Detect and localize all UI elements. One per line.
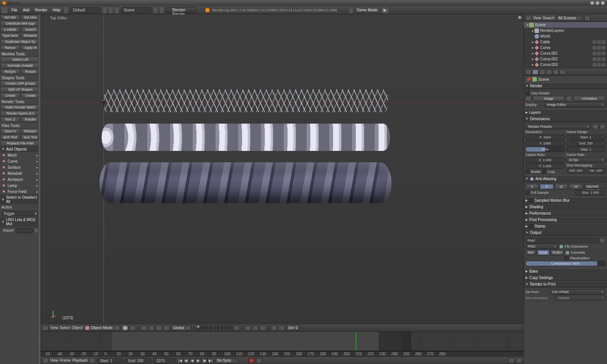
outliner-display-dropdown[interactable]: All Scenes xyxy=(556,16,583,21)
fps-dropdown[interactable]: 24 fps xyxy=(566,157,606,163)
marker-bind-icon[interactable] xyxy=(516,358,522,363)
old-field[interactable]: Old: 100 xyxy=(566,168,585,173)
jump-start-icon[interactable]: |◀ xyxy=(177,358,183,363)
view3d-menu-object[interactable]: Object xyxy=(72,326,83,330)
menu-add[interactable]: Add xyxy=(21,7,31,13)
tool-type-here[interactable]: Type here xyxy=(0,33,20,38)
tool-set-max[interactable]: Set Max xyxy=(21,15,41,20)
outliner-item-curva-003[interactable]: ▸Curva.003 xyxy=(524,62,607,67)
tool-remove[interactable]: Remov xyxy=(0,45,20,50)
manipulator-rotate-icon[interactable] xyxy=(156,325,162,331)
r2p-panel-header[interactable]: ▼Render to Print xyxy=(524,281,607,287)
render-panel-header[interactable]: ▼Render xyxy=(524,83,607,89)
tool-split-lr[interactable]: Split LR Shapes xyxy=(0,87,40,92)
copy-panel-header[interactable]: ▶Copy Settings xyxy=(524,275,607,281)
add-metaball[interactable]: Metaball▸ xyxy=(0,170,41,176)
outliner-tree[interactable]: ▾Scene▸RenderLayersWorld▸Cable▸Curva▸Cur… xyxy=(524,22,607,68)
orientation-dropdown[interactable]: Portrait xyxy=(555,295,605,301)
aa-16[interactable]: 16 xyxy=(569,184,582,189)
snap-target-icon[interactable] xyxy=(260,325,266,331)
play-icon[interactable]: ▶ xyxy=(195,358,201,363)
dimensions-panel-header[interactable]: ▼Dimensions xyxy=(524,116,607,122)
format-dropdown[interactable]: PNG xyxy=(525,244,558,249)
manipulator-translate-icon[interactable] xyxy=(148,325,154,331)
jump-end-icon[interactable]: ▶| xyxy=(208,358,214,363)
render-anim-button[interactable]: Animation xyxy=(573,96,605,101)
tool-resym-1[interactable]: ReSym xyxy=(0,69,20,74)
snap-icon[interactable] xyxy=(245,325,251,331)
lock-layers-icon[interactable] xyxy=(234,325,240,331)
render-image-button[interactable]: Image xyxy=(533,96,565,101)
screen-layout-field[interactable]: Default xyxy=(70,7,101,13)
add-objects-header[interactable]: Add Objects xyxy=(0,146,41,152)
3d-viewport[interactable]: Top Ortho (1073) xyxy=(41,14,524,324)
tool-arch-text[interactable]: arch Text xyxy=(0,135,20,140)
tool-duplicate-sym[interactable]: Duplicate Object Sy xyxy=(0,39,40,44)
import-browse-icon[interactable] xyxy=(34,228,39,233)
file-ext-check[interactable] xyxy=(559,245,563,249)
current-frame-field[interactable]: 1073 xyxy=(153,358,176,363)
editor-type-outliner-icon[interactable] xyxy=(525,16,532,21)
outliner-item-cable[interactable]: ▸Cable xyxy=(524,39,607,45)
delete-screen-icon[interactable] xyxy=(109,7,113,13)
tool-ren-num[interactable]: Ren: 2 xyxy=(0,117,20,122)
constraints-tab-icon[interactable] xyxy=(560,69,566,75)
timeline-track[interactable] xyxy=(41,332,524,351)
smb-panel-header[interactable]: ▶Sampled Motion Blur xyxy=(524,197,607,204)
timeline-menu-view[interactable]: View xyxy=(50,358,58,362)
bw-button[interactable]: BW xyxy=(525,250,536,255)
overwrite-check[interactable] xyxy=(565,251,569,255)
aspect-x-field[interactable]: X: 1.000 xyxy=(525,157,565,163)
frame-end-field[interactable]: End: 250 xyxy=(566,141,606,146)
scene-name-field[interactable]: Scene xyxy=(121,7,151,13)
display-dropdown[interactable]: Image Editor xyxy=(544,102,605,107)
tool-render-layers-ti[interactable]: Render layers at ti xyxy=(0,111,40,116)
view3d-menu-view[interactable]: View xyxy=(50,326,58,330)
render-anim-icon[interactable] xyxy=(566,96,572,101)
frame-start-field[interactable]: Start: 1 xyxy=(566,135,606,140)
tool-replace-file-path[interactable]: Replace File Path xyxy=(0,141,40,146)
timeline-menu-playback[interactable]: Playback xyxy=(72,358,88,362)
mode-dropdown[interactable]: Object Mode⇕ xyxy=(84,325,121,331)
menu-help[interactable]: Help xyxy=(51,7,62,13)
outliner-item-curva-001[interactable]: ▸Curva.001 xyxy=(524,50,607,56)
add-force-field[interactable]: Force Field▸ xyxy=(0,188,41,195)
marker-icon[interactable] xyxy=(508,358,514,363)
opengl-render-icon[interactable] xyxy=(271,325,277,331)
preset-add-icon[interactable] xyxy=(592,124,598,129)
output-path-field[interactable]: /tmp/ xyxy=(525,238,598,243)
tool-reload[interactable]: Reload i xyxy=(21,129,41,134)
keyframe-prev-icon[interactable]: ◀| xyxy=(183,358,189,363)
rgb-button[interactable]: RGB xyxy=(537,250,549,255)
editor-type-timeline-icon[interactable] xyxy=(42,358,49,363)
stamp-check[interactable] xyxy=(529,224,533,228)
clay-render-check[interactable] xyxy=(525,91,530,95)
tool-search[interactable]: Search xyxy=(21,27,41,32)
screen-browse-icon[interactable] xyxy=(64,7,68,13)
autokey-icon[interactable] xyxy=(248,358,255,363)
opengl-anim-icon[interactable] xyxy=(278,325,285,331)
aa-enable-check[interactable] xyxy=(530,177,534,181)
delete-scene-icon[interactable] xyxy=(160,7,164,13)
outliner-item-world[interactable]: World xyxy=(524,33,607,39)
tool-lace-text[interactable]: lace Text xyxy=(21,135,41,140)
aa-filter-dropdown[interactable]: Mitchell-Netravali xyxy=(584,184,606,189)
aa-size-field[interactable]: Size: 1.000 xyxy=(575,190,605,195)
outliner-search-icon[interactable] xyxy=(584,16,590,21)
frame-step-field[interactable]: Step: 1 xyxy=(566,147,606,152)
full-sample-check[interactable] xyxy=(525,191,530,195)
render-image-icon[interactable] xyxy=(525,96,532,101)
res-x-field[interactable]: X: 1920 xyxy=(525,135,565,140)
outliner-item-curva-002[interactable]: ▸Curva.002 xyxy=(524,56,607,62)
res-y-field[interactable]: Y: 1080 xyxy=(525,141,565,146)
menu-file[interactable]: File xyxy=(10,7,19,13)
browse-folder-icon[interactable] xyxy=(599,238,605,243)
smb-check[interactable] xyxy=(529,199,533,202)
scene-browse-icon[interactable] xyxy=(115,7,119,13)
bake-panel-header[interactable]: ▶Bake xyxy=(524,268,607,275)
tool-create-lmr[interactable]: Create LMR groups xyxy=(0,81,40,86)
add-surface[interactable]: Surface▸ xyxy=(0,164,41,170)
tool-shape-create-1[interactable]: Create xyxy=(0,93,20,98)
shading-panel-header[interactable]: ▶Shading xyxy=(524,204,607,210)
set-from-dropdown[interactable]: Cm–>Pixel xyxy=(549,289,605,295)
